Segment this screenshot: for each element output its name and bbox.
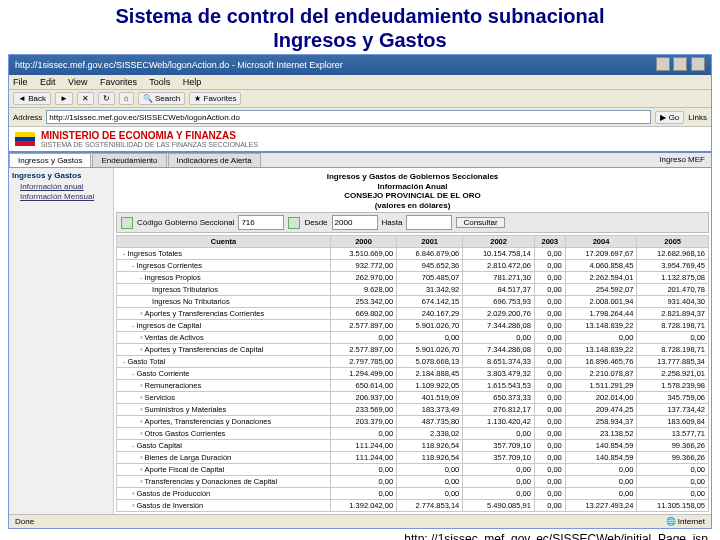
home-button[interactable]: ⌂ — [119, 92, 134, 105]
menu-view[interactable]: View — [68, 77, 87, 87]
account-label[interactable]: ›Servicios — [117, 392, 331, 404]
value-cell: 10.154.758,14 — [463, 248, 535, 260]
value-cell: 0,00 — [463, 464, 535, 476]
value-cell: 345.759,06 — [637, 392, 709, 404]
tab-indicadores[interactable]: Indicadores de Alerta — [168, 153, 261, 167]
value-cell: 0,00 — [637, 488, 709, 500]
account-label[interactable]: -Ingresos Propios — [117, 272, 331, 284]
links-label[interactable]: Links — [688, 113, 707, 122]
tab-endeudamiento[interactable]: Endeudamiento — [92, 153, 166, 167]
favorites-button[interactable]: ★ Favorites — [189, 92, 241, 105]
desde-input[interactable] — [332, 215, 378, 230]
address-input[interactable] — [46, 110, 651, 124]
value-cell: 357.709,10 — [463, 452, 535, 464]
value-cell: 0,00 — [534, 428, 565, 440]
value-cell: 0,00 — [397, 476, 463, 488]
account-label[interactable]: ›Aporte Fiscal de Capital — [117, 464, 331, 476]
value-cell: 2.258.921,01 — [637, 368, 709, 380]
close-button[interactable] — [691, 57, 705, 71]
account-label[interactable]: ›Otros Gastos Corrientes — [117, 428, 331, 440]
account-label[interactable]: -Gasto Total — [117, 356, 331, 368]
menu-file[interactable]: File — [13, 77, 28, 87]
back-button[interactable]: ◄ Back — [13, 92, 51, 105]
value-cell: 0,00 — [637, 476, 709, 488]
value-cell: 0,00 — [534, 476, 565, 488]
account-label[interactable]: Ingresos Tributarios — [117, 284, 331, 296]
menu-help[interactable]: Help — [183, 77, 202, 87]
account-label[interactable]: ›Gastos de Inversión — [117, 500, 331, 512]
account-label[interactable]: ›Aportes, Transferencias y Donaciones — [117, 416, 331, 428]
value-cell: 0,00 — [534, 464, 565, 476]
table-row: -Ingresos Totales3.510.669,006.846.679,0… — [117, 248, 709, 260]
value-cell: 0,00 — [534, 284, 565, 296]
value-cell: 932.772,00 — [330, 260, 396, 272]
query-controls: Código Gobierno Seccional Desde Hasta Co… — [116, 212, 709, 233]
value-cell: 0,00 — [534, 404, 565, 416]
link-ingreso-mef[interactable]: Ingreso MEF — [653, 153, 711, 167]
value-cell: 0,00 — [534, 272, 565, 284]
value-cell: 233.569,00 — [330, 404, 396, 416]
account-label[interactable]: -Ingresos Corrientes — [117, 260, 331, 272]
forward-button[interactable]: ► — [55, 92, 73, 105]
account-label[interactable]: ›Ventas de Activos — [117, 332, 331, 344]
go-button[interactable]: ▶ Go — [655, 111, 684, 124]
table-row: ›Aportes y Transferencias de Capital2.57… — [117, 344, 709, 356]
tab-ingresos-gastos[interactable]: Ingresos y Gastos — [9, 153, 91, 167]
consultar-button[interactable]: Consultar — [456, 217, 504, 228]
value-cell: 276.812,17 — [463, 404, 535, 416]
account-label[interactable]: -Gasto Capital — [117, 440, 331, 452]
value-cell: 945.652,36 — [397, 260, 463, 272]
search-button[interactable]: 🔍 Search — [138, 92, 186, 105]
value-cell: 0,00 — [565, 332, 637, 344]
value-cell: 0,00 — [397, 488, 463, 500]
value-cell: 2.262.594,01 — [565, 272, 637, 284]
toolbar: ◄ Back ► ✕ ↻ ⌂ 🔍 Search ★ Favorites — [9, 90, 711, 108]
account-label[interactable]: Ingresos No Tributarios — [117, 296, 331, 308]
value-cell: 99.366,26 — [637, 452, 709, 464]
value-cell: 650.373,33 — [463, 392, 535, 404]
sidebar-item-anual[interactable]: Información anual — [20, 182, 110, 191]
value-cell: 0,00 — [330, 464, 396, 476]
account-label[interactable]: ›Bienes de Larga Duración — [117, 452, 331, 464]
account-label[interactable]: -Ingresos Totales — [117, 248, 331, 260]
value-cell: 0,00 — [534, 368, 565, 380]
calendar-icon — [288, 217, 300, 229]
value-cell: 0,00 — [534, 296, 565, 308]
main-tabs: Ingresos y Gastos Endeudamiento Indicado… — [9, 153, 711, 168]
account-label[interactable]: ›Suministros y Materiales — [117, 404, 331, 416]
refresh-button[interactable]: ↻ — [98, 92, 115, 105]
account-label[interactable]: ›Aportes y Transferencias de Capital — [117, 344, 331, 356]
codigo-input[interactable] — [238, 215, 284, 230]
maximize-button[interactable] — [673, 57, 687, 71]
menu-edit[interactable]: Edit — [40, 77, 56, 87]
account-label[interactable]: ›Aportes y Transferencias Corrientes — [117, 308, 331, 320]
col-header: 2000 — [330, 236, 396, 248]
value-cell: 5.078.668,13 — [397, 356, 463, 368]
account-label[interactable]: ›Gastos de Producción — [117, 488, 331, 500]
grid-icon — [121, 217, 133, 229]
minimize-button[interactable] — [656, 57, 670, 71]
value-cell: 401.519,09 — [397, 392, 463, 404]
value-cell: 1.294.499,00 — [330, 368, 396, 380]
value-cell: 0,00 — [330, 488, 396, 500]
browser-window: http://1sissec.mef.gov.ec/SISSECWeb/logo… — [8, 54, 712, 529]
account-label[interactable]: ›Transferencias y Donaciones de Capital — [117, 476, 331, 488]
window-buttons — [655, 57, 705, 73]
value-cell: 487.735,80 — [397, 416, 463, 428]
account-label[interactable]: -Gasto Corriente — [117, 368, 331, 380]
account-label[interactable]: -Ingresos de Capital — [117, 320, 331, 332]
value-cell: 84.517,37 — [463, 284, 535, 296]
account-label[interactable]: ›Remuneraciones — [117, 380, 331, 392]
menu-favorites[interactable]: Favorites — [100, 77, 137, 87]
menu-tools[interactable]: Tools — [149, 77, 170, 87]
value-cell: 202.014,00 — [565, 392, 637, 404]
value-cell: 0,00 — [565, 488, 637, 500]
value-cell: 0,00 — [565, 476, 637, 488]
value-cell: 3.510.669,00 — [330, 248, 396, 260]
value-cell: 262.970,00 — [330, 272, 396, 284]
sidebar-item-mensual[interactable]: Información Mensual — [20, 192, 110, 201]
hasta-input[interactable] — [406, 215, 452, 230]
value-cell: 13.148.839,22 — [565, 344, 637, 356]
stop-button[interactable]: ✕ — [77, 92, 94, 105]
value-cell: 13.777.885,34 — [637, 356, 709, 368]
